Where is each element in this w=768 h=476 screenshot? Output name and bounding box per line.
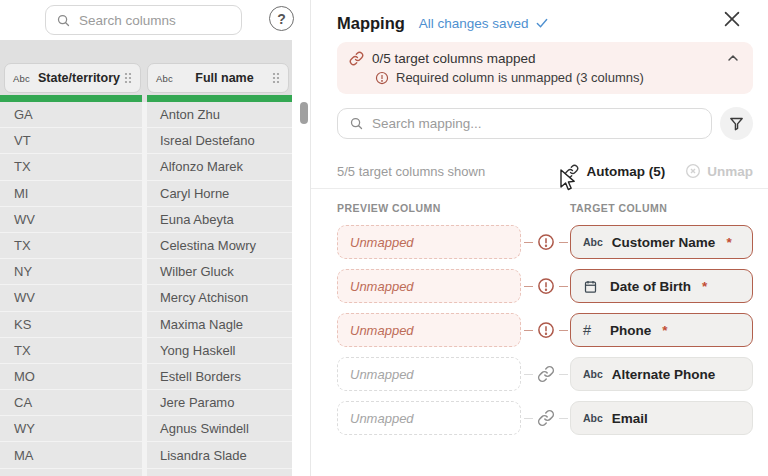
table-row[interactable]: TX Yong Haskell — [0, 338, 292, 364]
warning-icon — [537, 321, 555, 339]
state-cell[interactable]: MO — [0, 364, 142, 389]
preview-unmapped-box[interactable]: Unmapped — [337, 225, 521, 259]
name-cell[interactable]: Mercy Atchison — [147, 285, 292, 310]
state-cell[interactable]: WV — [0, 285, 142, 310]
column-name: State/territory — [34, 71, 124, 85]
state-cell[interactable]: MA — [0, 442, 142, 467]
circled-x-icon — [685, 163, 701, 179]
table-row[interactable]: MI Caryl Horne — [0, 181, 292, 207]
state-cell[interactable]: VT — [0, 128, 142, 153]
target-field-box[interactable]: Abc Customer Name * — [570, 225, 753, 259]
state-cell[interactable]: KS — [0, 312, 142, 337]
table-row[interactable]: GA Anton Zhu — [0, 102, 292, 128]
link-icon — [349, 51, 364, 66]
mapping-row-date-of-birth: Unmapped Date of Birth * — [337, 269, 753, 303]
name-cell[interactable]: Maxima Nagle — [147, 312, 292, 337]
state-cell[interactable]: CA — [0, 390, 142, 415]
number-type-icon: # — [583, 322, 601, 338]
target-field-box[interactable]: Date of Birth * — [570, 269, 753, 303]
state-cell[interactable]: TX — [0, 338, 142, 363]
name-cell[interactable]: Caryl Horne — [147, 181, 292, 206]
column-header-state[interactable]: Abc State/territory — [4, 63, 141, 93]
selected-columns-indicator — [0, 95, 292, 102]
table-header-row: Abc State/territory Abc Full name — [0, 40, 292, 93]
link-icon — [564, 164, 579, 179]
table-row[interactable]: MO Estell Borders — [0, 364, 292, 390]
mapping-row-phone: Unmapped # Phone * — [337, 313, 753, 347]
green-bar-segment — [147, 95, 292, 102]
state-cell[interactable]: NY — [0, 259, 142, 284]
name-cell[interactable]: Agnus Swindell — [147, 416, 292, 441]
search-icon — [56, 13, 71, 28]
green-bar-segment — [0, 95, 142, 102]
text-type-icon: Abc — [13, 73, 30, 84]
warning-icon — [375, 71, 389, 85]
name-cell[interactable]: Yong Haskell — [147, 338, 292, 363]
name-cell[interactable]: Alfonzo Marek — [147, 154, 292, 179]
state-cell[interactable]: GA — [0, 102, 142, 127]
search-mapping-input[interactable]: Search mapping... — [337, 108, 712, 139]
mapping-panel: Mapping All changes saved 0/5 target col… — [311, 0, 768, 476]
preview-unmapped-box[interactable]: Unmapped — [337, 357, 521, 391]
drag-handle-icon[interactable] — [124, 72, 132, 84]
close-panel-button[interactable] — [721, 8, 743, 30]
name-cell[interactable]: Lisandra Slade — [147, 442, 292, 467]
state-cell[interactable]: MI — [0, 181, 142, 206]
filter-button[interactable] — [720, 107, 753, 140]
check-icon — [535, 16, 549, 30]
warning-icon — [537, 233, 555, 251]
state-cell[interactable]: WY — [0, 416, 142, 441]
table-row[interactable]: WY Agnus Swindell — [0, 416, 292, 442]
help-button[interactable]: ? — [269, 6, 294, 31]
table-row[interactable]: KS Maxima Nagle — [0, 312, 292, 338]
table-row[interactable]: TX Celestina Mowry — [0, 233, 292, 259]
automap-button[interactable]: Automap (5) — [564, 164, 665, 179]
mapping-panel-header: Mapping All changes saved — [337, 0, 753, 38]
search-columns-placeholder: Search columns — [79, 13, 176, 28]
table-row[interactable]: VT Isreal Destefano — [0, 128, 292, 154]
mapping-row-email: Unmapped Abc Email — [337, 401, 753, 435]
drag-handle-icon[interactable] — [272, 72, 280, 84]
target-field-box[interactable]: Abc Alternate Phone — [570, 357, 753, 391]
target-column-header: TARGET COLUMN — [570, 202, 667, 214]
column-name: Full name — [177, 71, 272, 85]
name-cell[interactable]: Estell Borders — [147, 364, 292, 389]
table-row[interactable]: NY Wilber Gluck — [0, 259, 292, 285]
name-cell[interactable]: Celestina Mowry — [147, 233, 292, 258]
preview-column-header: PREVIEW COLUMN — [337, 202, 570, 214]
table-row[interactable]: WV Euna Abeyta — [0, 207, 292, 233]
data-preview-panel: Search columns ? Abc State/territory Abc… — [0, 0, 310, 476]
column-header-fullname[interactable]: Abc Full name — [147, 63, 289, 93]
chevron-up-icon[interactable] — [725, 50, 741, 66]
import-mapping-screen: Search columns ? Abc State/territory Abc… — [0, 0, 768, 476]
abc-type-icon: Abc — [583, 412, 603, 424]
preview-unmapped-box[interactable]: Unmapped — [337, 401, 521, 435]
close-icon — [721, 8, 743, 30]
target-field-box[interactable]: Abc Email — [570, 401, 753, 435]
state-cell[interactable]: TX — [0, 154, 142, 179]
name-cell[interactable]: Euna Abeyta — [147, 207, 292, 232]
name-cell[interactable]: Jere Paramo — [147, 390, 292, 415]
name-cell[interactable]: Isreal Destefano — [147, 128, 292, 153]
table-body: GA Anton Zhu VT Isreal Destefano TX Alf — [0, 102, 292, 469]
alert-title: 0/5 target columns mapped — [372, 51, 536, 66]
abc-type-icon: Abc — [583, 368, 603, 380]
required-marker: * — [726, 235, 731, 250]
preview-unmapped-box[interactable]: Unmapped — [337, 313, 521, 347]
table-row[interactable]: MA Lisandra Slade — [0, 442, 292, 468]
preview-unmapped-box[interactable]: Unmapped — [337, 269, 521, 303]
name-cell[interactable]: Anton Zhu — [147, 102, 292, 127]
state-cell[interactable]: TX — [0, 233, 142, 258]
unmap-button[interactable]: Unmap — [685, 163, 753, 179]
mapping-status-alert: 0/5 target columns mapped Required colum… — [337, 42, 753, 94]
abc-type-icon: Abc — [583, 236, 603, 248]
search-columns-input[interactable]: Search columns — [45, 5, 242, 35]
table-row[interactable]: WV Mercy Atchison — [0, 285, 292, 311]
target-field-box[interactable]: # Phone * — [570, 313, 753, 347]
table-row[interactable]: CA Jere Paramo — [0, 390, 292, 416]
required-marker: * — [702, 279, 707, 294]
table-row[interactable]: TX Alfonzo Marek — [0, 154, 292, 180]
vertical-scrollbar-thumb[interactable] — [300, 102, 308, 124]
name-cell[interactable]: Wilber Gluck — [147, 259, 292, 284]
state-cell[interactable]: WV — [0, 207, 142, 232]
